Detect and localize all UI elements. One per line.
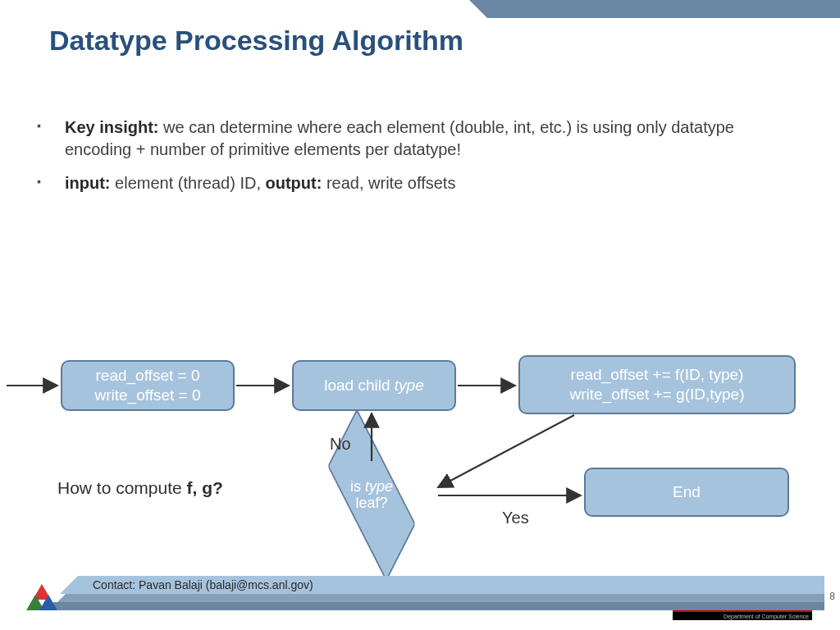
footer-bar-2 — [66, 594, 824, 602]
page-number: 8 — [829, 591, 835, 602]
label-no: No — [330, 435, 351, 454]
flowchart: read_offset = 0 write_offset = 0 load ch… — [0, 345, 840, 558]
corner-accent — [487, 0, 840, 18]
label-yes: Yes — [502, 509, 529, 527]
node-load: load child type — [292, 360, 456, 411]
node-update-l2: write_offset += g(ID,type) — [570, 385, 745, 404]
node-init-l2: write_offset = 0 — [94, 386, 200, 405]
bullet-1: Key insight: we can determine where each… — [37, 116, 792, 161]
bullet-2-text-b: read, write offsets — [322, 174, 455, 192]
anl-triangle-logo — [29, 584, 57, 612]
footer-bar-1 — [53, 602, 824, 610]
node-init: read_offset = 0 write_offset = 0 — [61, 360, 235, 411]
bullet-2-bold-b: output: — [266, 174, 322, 192]
node-load-text: load child type — [324, 376, 423, 395]
node-end: End — [584, 468, 789, 517]
bullet-2: input: element (thread) ID, output: read… — [37, 172, 792, 194]
slide-title: Datatype Processing Algorithm — [49, 25, 463, 57]
bullet-2-bold-a: input: — [65, 174, 111, 192]
node-update: read_offset += f(ID, type) write_offset … — [518, 355, 796, 414]
slide: Datatype Processing Algorithm Key insigh… — [0, 0, 840, 630]
bullet-1-text: we can determine where each element (dou… — [65, 118, 734, 158]
diamond-label: is type leaf? — [310, 464, 433, 526]
bullet-2-text-a: element (thread) ID, — [111, 174, 266, 192]
bullet-1-bold: Key insight: — [65, 118, 158, 136]
node-init-l1: read_offset = 0 — [96, 366, 200, 386]
footer-bar-3: Contact: Pavan Balaji (balaji@mcs.anl.go… — [78, 576, 824, 594]
node-update-l1: read_offset += f(ID, type) — [571, 365, 744, 385]
ncsu-dept: Department of Computer Science — [673, 612, 812, 620]
bullet-list: Key insight: we can determine where each… — [37, 116, 792, 206]
node-end-text: End — [673, 482, 701, 502]
node-decision: is type leaf? — [310, 464, 433, 526]
footer-contact: Contact: Pavan Balaji (balaji@mcs.anl.go… — [93, 578, 313, 591]
footer-bars: Contact: Pavan Balaji (balaji@mcs.anl.go… — [29, 579, 816, 610]
question-text: How to compute f, g? — [57, 478, 223, 498]
